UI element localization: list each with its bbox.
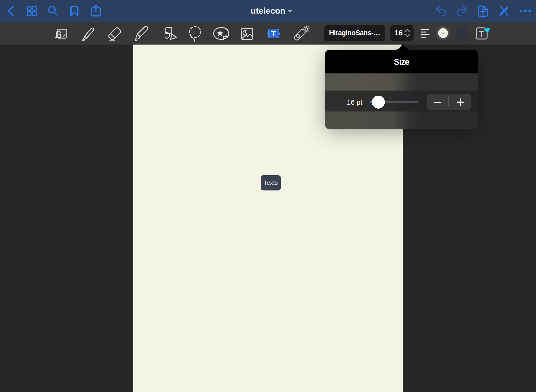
svg-text:T: T bbox=[479, 29, 484, 38]
svg-text:a: a bbox=[55, 26, 61, 40]
